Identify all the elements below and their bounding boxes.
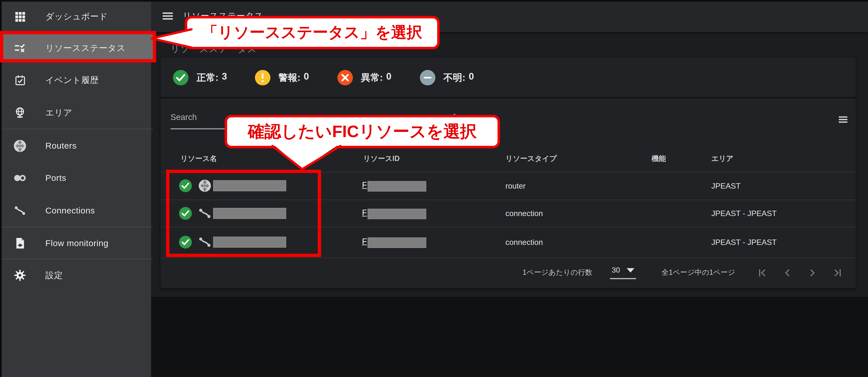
rows-per-page-label: 1ページあたりの行数 (523, 268, 592, 277)
status-label: 警報: (279, 71, 301, 84)
sidebar-item-dashboard[interactable]: ダッシュボード (2, 2, 153, 31)
cell-resource-type: router (505, 181, 526, 190)
column-header-area[interactable]: エリア (711, 153, 734, 164)
resource-id-link[interactable]: F (362, 237, 367, 246)
column-header-function[interactable]: 機能 (652, 153, 666, 164)
redaction-box-resource-name (213, 180, 286, 192)
last-page-icon (832, 267, 842, 278)
filter-list-icon (837, 113, 849, 126)
status-ok-icon (179, 206, 192, 220)
status-summary-card: 正常:3 警報:0 異常:0 (161, 58, 856, 97)
status-label: 正常: (196, 71, 218, 84)
table-row[interactable]: F connection JPEAST - JPEAST (161, 227, 856, 258)
status-count: 3 (222, 71, 227, 84)
rows-per-page-select[interactable]: 30 (610, 266, 636, 279)
cell-resource-type: connection (505, 209, 543, 217)
sidebar-item-label: イベント履歴 (45, 74, 99, 86)
content-area: リソースステータス 正常:3 警報:0 (151, 32, 868, 297)
warning-circle-icon (255, 70, 271, 86)
unknown-circle-icon (420, 70, 436, 86)
last-page-button[interactable] (832, 267, 842, 278)
cell-area: JPEAST - JPEAST (711, 209, 777, 217)
router-icon (198, 179, 212, 193)
status-count: 0 (304, 71, 309, 84)
sidebar-item-label: Routers (45, 141, 77, 151)
error-circle-icon (337, 70, 353, 86)
sidebar-item-area[interactable]: エリア (2, 99, 153, 127)
check-circle-icon (173, 70, 189, 86)
cell-area: JPEAST (711, 181, 741, 190)
next-page-button[interactable] (807, 267, 817, 278)
sort-caret-icon (451, 113, 458, 117)
window-top-edge (0, 0, 868, 2)
resource-table-card: リソース名 リソースID リソースタイプ 機能 エリア (161, 99, 856, 288)
flow-monitoring-icon (13, 237, 27, 250)
router-icon (13, 139, 27, 152)
cell-resource-type: connection (505, 238, 543, 246)
app-root: ダッシュボード リソースステータス (0, 0, 868, 377)
sidebar-item-label: Connections (45, 206, 95, 216)
first-page-icon (757, 267, 768, 278)
search-input[interactable] (170, 108, 439, 130)
column-header-resource-type[interactable]: リソースタイプ (505, 153, 557, 164)
pagination-bar: 1ページあたりの行数 30 全1ページ中の1ページ (161, 258, 856, 287)
status-chip-unknown: 不明:0 (420, 70, 474, 86)
sidebar-item-resource-status[interactable]: リソースステータス (2, 34, 153, 63)
status-label: 異常: (361, 71, 383, 84)
sidebar-item-routers[interactable]: Routers (2, 132, 153, 160)
page-info: 全1ページ中の1ページ (661, 268, 735, 277)
resource-status-icon (13, 41, 27, 55)
column-header-resource-name[interactable]: リソース名 (181, 153, 217, 164)
redaction-box-resource-id (368, 208, 426, 219)
table-row[interactable]: F connection JPEAST - JPEAST (161, 200, 856, 227)
status-count: 0 (469, 71, 474, 84)
ports-icon (13, 171, 27, 184)
resource-id-link[interactable]: F (362, 180, 367, 189)
menu-button[interactable] (161, 10, 174, 22)
chevron-right-icon (807, 267, 817, 278)
topbar-title: リソースステータス (183, 10, 264, 22)
redaction-box-resource-id (368, 237, 426, 248)
sidebar-divider (2, 129, 153, 129)
rows-per-page-value: 30 (612, 266, 620, 274)
dashboard-grid-icon (13, 10, 27, 23)
sidebar-item-event-history[interactable]: イベント履歴 (2, 66, 153, 95)
redaction-box-resource-name (213, 237, 286, 248)
sidebar-item-ports[interactable]: Ports (2, 164, 153, 192)
sidebar-item-label: エリア (45, 107, 72, 118)
status-chip-error: 異常:0 (337, 70, 392, 86)
status-chip-warning: 警報:0 (255, 70, 309, 86)
column-header-resource-id[interactable]: リソースID (363, 153, 400, 164)
filter-list-button[interactable] (837, 113, 849, 126)
cell-area: JPEAST - JPEAST (711, 238, 777, 246)
status-count: 0 (386, 71, 392, 84)
redaction-box-resource-id (368, 181, 426, 192)
table-row[interactable]: F router JPEAST (161, 172, 856, 200)
sidebar-item-label: リソースステータス (45, 42, 125, 54)
calendar-check-icon (13, 74, 27, 87)
chevron-left-icon (782, 267, 793, 278)
redaction-box-resource-name (213, 207, 286, 219)
dropdown-caret-icon (627, 268, 634, 272)
status-ok-icon (179, 236, 192, 249)
sidebar-item-settings[interactable]: 設定 (2, 261, 153, 290)
page-title: リソースステータス (170, 43, 257, 55)
status-label: 不明: (443, 71, 465, 84)
first-page-button[interactable] (757, 267, 768, 278)
sidebar-item-label: 設定 (45, 270, 63, 281)
sidebar-item-connections[interactable]: Connections (2, 196, 153, 225)
sidebar-item-flow-monitoring[interactable]: Flow monitoring (2, 229, 153, 258)
table-header-row: リソース名 リソースID リソースタイプ 機能 エリア (161, 145, 856, 172)
sidebar-item-label: ダッシュボード (45, 11, 108, 22)
topbar: リソースステータス (151, 0, 868, 32)
sidebar-divider (2, 227, 153, 227)
globe-icon (13, 106, 27, 119)
connection-icon (13, 204, 27, 217)
sidebar-item-label: Flow monitoring (45, 238, 108, 248)
connection-icon (198, 236, 212, 249)
previous-page-button[interactable] (782, 267, 793, 278)
sidebar: ダッシュボード リソースステータス (0, 0, 151, 377)
sidebar-divider (2, 259, 153, 259)
status-chip-normal: 正常:3 (173, 70, 227, 86)
resource-id-link[interactable]: F (362, 208, 367, 217)
